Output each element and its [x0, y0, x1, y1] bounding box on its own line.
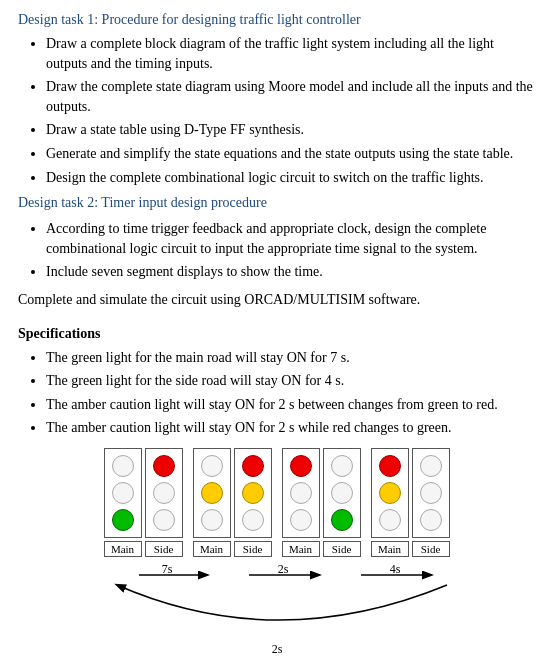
- state3-main-yellow: [290, 482, 312, 504]
- state3-main-label: Main: [282, 541, 320, 557]
- state4-labels: Main Side: [371, 541, 450, 557]
- state1-main-red: [112, 455, 134, 477]
- state1-side-label: Side: [145, 541, 183, 557]
- spec-item-1: The green light for the main road will s…: [46, 348, 535, 368]
- svg-text:2s: 2s: [271, 642, 282, 655]
- state4-main-yellow: [379, 482, 401, 504]
- state2-side-box: [234, 448, 272, 538]
- state1-labels: Main Side: [104, 541, 183, 557]
- task2-item-2: Include seven segment displays to show t…: [46, 262, 535, 282]
- state2-pair: Main Side: [193, 448, 272, 557]
- svg-text:4s: 4s: [389, 565, 400, 576]
- spec-item-2: The green light for the side road will s…: [46, 371, 535, 391]
- task2-heading: Design task 2: Timer input design proced…: [18, 195, 535, 211]
- state2-side-yellow: [242, 482, 264, 504]
- svg-text:2s: 2s: [277, 565, 288, 576]
- state1-side-box: [145, 448, 183, 538]
- state4-side-green: [420, 509, 442, 531]
- state3-side-yellow: [331, 482, 353, 504]
- state2-side-green: [242, 509, 264, 531]
- state3-pair: Main Side: [282, 448, 361, 557]
- state3-boxes: [282, 448, 361, 538]
- svg-text:7s: 7s: [161, 565, 172, 576]
- state2-main-green: [201, 509, 223, 531]
- state1-main-yellow: [112, 482, 134, 504]
- state4-side-box: [412, 448, 450, 538]
- state1-main-green: [112, 509, 134, 531]
- state1-side-red: [153, 455, 175, 477]
- state2-boxes: [193, 448, 272, 538]
- state3-main-box: [282, 448, 320, 538]
- state2-main-box: [193, 448, 231, 538]
- specs-list: The green light for the main road will s…: [46, 348, 535, 438]
- state3-side-label: Side: [323, 541, 361, 557]
- state2-side-red: [242, 455, 264, 477]
- state1-pair: Main Side: [104, 448, 183, 557]
- task1-item-2: Draw the complete state diagram using Mo…: [46, 77, 535, 116]
- state3-side-red: [331, 455, 353, 477]
- task2-item-1: According to time trigger feedback and a…: [46, 219, 535, 258]
- state4-pair: Main Side: [371, 448, 450, 557]
- state3-labels: Main Side: [282, 541, 361, 557]
- task1-item-3: Draw a state table using D-Type FF synth…: [46, 120, 535, 140]
- complete-line: Complete and simulate the circuit using …: [18, 290, 535, 310]
- state4-boxes: [371, 448, 450, 538]
- state3-side-green: [331, 509, 353, 531]
- state1-side-green: [153, 509, 175, 531]
- state2-side-label: Side: [234, 541, 272, 557]
- arrow-section: 7s 2s 4s 2s: [18, 565, 535, 655]
- state1-side-yellow: [153, 482, 175, 504]
- state4-side-label: Side: [412, 541, 450, 557]
- task1-heading: Design task 1: Procedure for designing t…: [18, 12, 535, 28]
- state3-main-green: [290, 509, 312, 531]
- state3-main-red: [290, 455, 312, 477]
- task2-list: According to time trigger feedback and a…: [46, 219, 535, 282]
- spec-item-4: The amber caution light will stay ON for…: [46, 418, 535, 438]
- state1-main-box: [104, 448, 142, 538]
- task1-item-1: Draw a complete block diagram of the tra…: [46, 34, 535, 73]
- state2-labels: Main Side: [193, 541, 272, 557]
- task1-item-5: Design the complete combinational logic …: [46, 168, 535, 188]
- state2-main-red: [201, 455, 223, 477]
- state4-side-red: [420, 455, 442, 477]
- spec-item-3: The amber caution light will stay ON for…: [46, 395, 535, 415]
- traffic-diagram: Main Side Main Side: [18, 448, 535, 655]
- lights-row: Main Side Main Side: [104, 448, 450, 557]
- timing-arrows-svg: 7s 2s 4s 2s: [57, 565, 497, 655]
- state4-main-red: [379, 455, 401, 477]
- state4-side-yellow: [420, 482, 442, 504]
- task1-list: Draw a complete block diagram of the tra…: [46, 34, 535, 187]
- state4-main-green: [379, 509, 401, 531]
- state1-main-label: Main: [104, 541, 142, 557]
- state2-main-yellow: [201, 482, 223, 504]
- task1-item-4: Generate and simplify the state equation…: [46, 144, 535, 164]
- state2-main-label: Main: [193, 541, 231, 557]
- state1-boxes: [104, 448, 183, 538]
- specs-heading: Specifications: [18, 326, 535, 342]
- state3-side-box: [323, 448, 361, 538]
- state4-main-label: Main: [371, 541, 409, 557]
- state4-main-box: [371, 448, 409, 538]
